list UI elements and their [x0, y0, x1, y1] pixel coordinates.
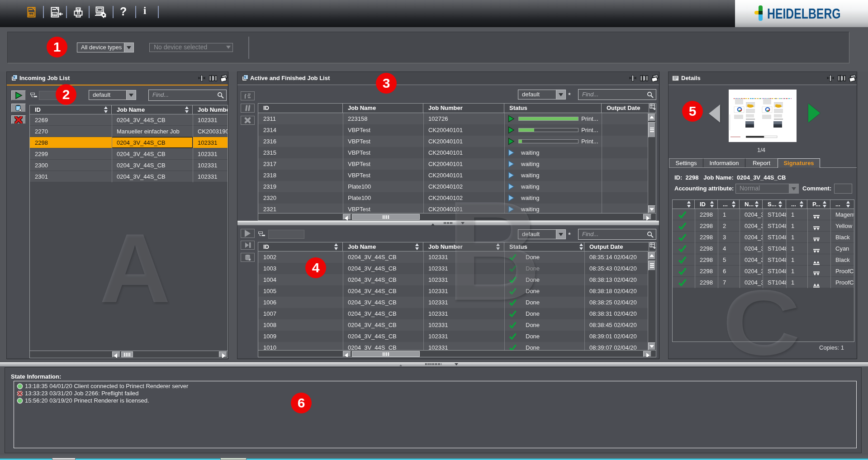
svg-text:ABC: ABC: [52, 13, 58, 16]
svg-text:ABC: ABC: [29, 13, 34, 16]
